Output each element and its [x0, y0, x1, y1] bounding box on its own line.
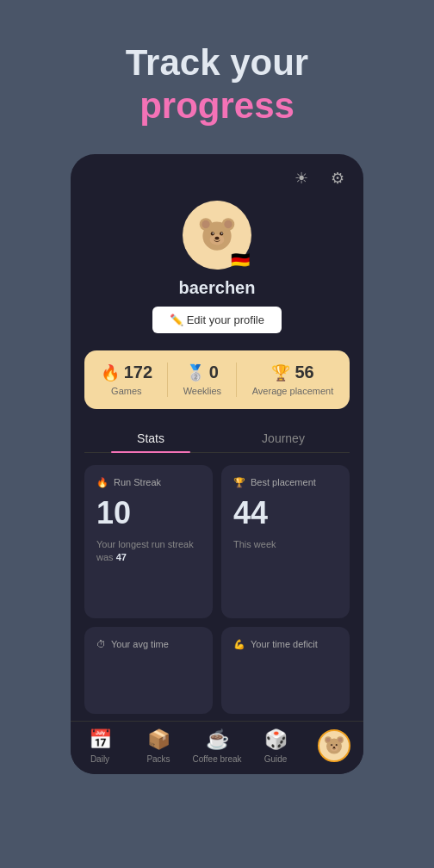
weeklies-value: 0 [209, 363, 219, 382]
streak-header: Run Streak [114, 477, 161, 487]
top-bar: ☀ ⚙ [71, 154, 363, 197]
gear-icon[interactable]: ⚙ [326, 166, 350, 190]
tab-journey[interactable]: Journey [217, 423, 350, 452]
svg-point-15 [338, 738, 342, 742]
nav-guide[interactable]: 🎲 Guide [250, 728, 301, 764]
avg-time-icon: ⏱ [96, 639, 106, 649]
hero-title-line1: Track your [126, 41, 308, 84]
guide-label: Guide [264, 754, 288, 764]
guide-icon: 🎲 [264, 728, 288, 751]
svg-point-10 [214, 237, 219, 240]
weeklies-stat: 🥈 0 Weeklies [183, 363, 221, 396]
placement-icon: 🏆 [271, 363, 290, 382]
best-placement-sub: This week [233, 538, 338, 551]
games-value: 172 [124, 363, 152, 382]
svg-point-3 [202, 220, 209, 228]
nav-packs[interactable]: 📦 Packs [133, 728, 184, 764]
svg-point-9 [221, 232, 223, 234]
coffee-break-label: Coffee break [192, 754, 241, 764]
stat-card-streak: 🔥 Run Streak 10 Your longest run streak … [84, 465, 213, 618]
games-icon: 🔥 [101, 363, 120, 382]
username: baerchen [179, 278, 256, 298]
svg-point-19 [332, 745, 332, 746]
bottom-nav: 📅 Daily 📦 Packs ☕ Coffee break 🎲 Guide [71, 721, 363, 774]
profile-section: 🇩🇪 baerchen ✏️ Edit your profile [71, 197, 363, 347]
packs-label: Packs [146, 754, 170, 764]
phone-card: ☀ ⚙ [71, 154, 363, 774]
stat-divider-2 [236, 363, 237, 397]
placement-value: 56 [294, 363, 313, 382]
svg-point-4 [224, 220, 232, 228]
best-placement-icon: 🏆 [233, 477, 245, 488]
streak-icon: 🔥 [96, 477, 108, 488]
nav-daily[interactable]: 📅 Daily [74, 728, 126, 764]
placement-stat: 🏆 56 Average placement [252, 363, 334, 396]
tab-stats[interactable]: Stats [84, 423, 217, 452]
tabs-section: Stats Journey [84, 423, 350, 453]
best-placement-value: 44 [233, 495, 338, 531]
time-deficit-header: Your time deficit [251, 639, 318, 649]
coffee-break-icon: ☕ [206, 728, 229, 751]
daily-icon: 📅 [89, 728, 112, 751]
svg-point-14 [326, 738, 330, 742]
nav-coffee-break[interactable]: ☕ Coffee break [191, 728, 243, 764]
summary-stats-card: 🔥 172 Games 🥈 0 Weeklies 🏆 56 Average pl… [84, 350, 350, 409]
weeklies-label: Weeklies [183, 386, 221, 396]
streak-sub: Your longest run streak was 47 [96, 538, 201, 565]
avatar-container: 🇩🇪 [183, 201, 251, 270]
avg-time-header: Your avg time [111, 639, 169, 649]
nav-profile[interactable] [308, 729, 360, 762]
stat-card-avg-time: ⏱ Your avg time [84, 627, 213, 714]
svg-point-21 [333, 747, 336, 748]
stat-card-placement: 🏆 Best placement 44 This week [221, 465, 350, 618]
time-deficit-icon: 💪 [233, 639, 245, 650]
stat-divider-1 [167, 363, 168, 397]
weeklies-icon: 🥈 [186, 363, 205, 382]
edit-profile-button[interactable]: ✏️ Edit your profile [152, 307, 282, 333]
nav-avatar [318, 729, 350, 762]
packs-icon: 📦 [147, 728, 170, 751]
games-label: Games [111, 386, 141, 396]
games-stat: 🔥 172 Games [101, 363, 152, 396]
hero-header: Track your progress [108, 0, 326, 154]
svg-point-20 [337, 745, 338, 746]
hero-title-line2: progress [126, 84, 308, 127]
stat-card-time-deficit: 💪 Your time deficit [221, 627, 350, 714]
svg-point-8 [213, 232, 214, 234]
placement-label: Average placement [252, 386, 334, 396]
best-placement-header: Best placement [251, 477, 316, 487]
sun-icon[interactable]: ☀ [289, 166, 313, 190]
streak-value: 10 [96, 495, 201, 531]
stats-grid: 🔥 Run Streak 10 Your longest run streak … [71, 453, 363, 721]
flag-badge: 🇩🇪 [231, 252, 250, 268]
daily-label: Daily [90, 754, 109, 764]
